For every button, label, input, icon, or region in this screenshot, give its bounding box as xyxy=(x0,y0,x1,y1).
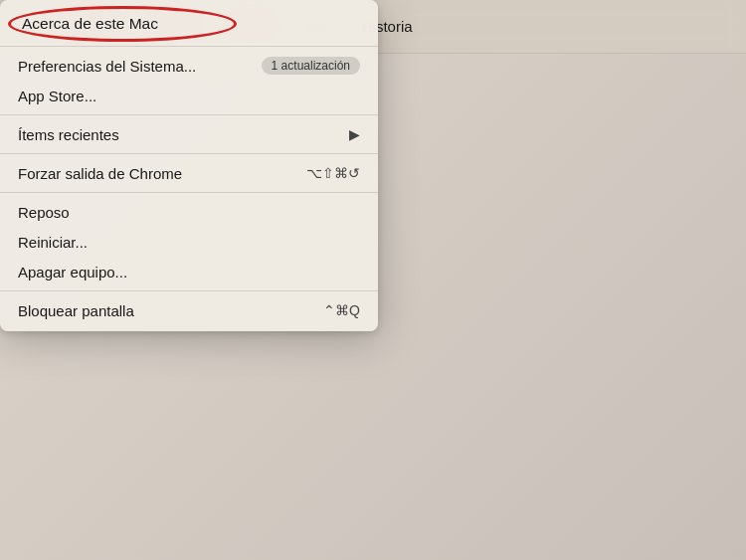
menu-item-reposo[interactable]: Reposo xyxy=(0,197,378,227)
reiniciar-text: Reiniciar... xyxy=(18,234,88,251)
appstore-text: App Store... xyxy=(18,88,96,104)
apagar-text: Apagar equipo... xyxy=(18,264,127,280)
separator-2 xyxy=(0,114,378,115)
preferencias-badge: 1 actualización xyxy=(262,57,360,75)
bloquear-text: Bloquear pantalla xyxy=(18,302,134,319)
separator-3 xyxy=(0,153,378,154)
menu-item-reiniciar[interactable]: Reiniciar... xyxy=(0,227,378,257)
acerca-text: Acerca de este Mac xyxy=(18,15,158,33)
items-recientes-arrow: ▶ xyxy=(349,126,360,142)
reposo-text: Reposo xyxy=(18,204,70,221)
preferencias-text: Preferencias del Sistema... xyxy=(18,58,196,75)
apple-dropdown-menu: Acerca de este Mac Preferencias del Sist… xyxy=(0,0,378,331)
menu-item-acerca[interactable]: Acerca de este Mac xyxy=(0,6,378,42)
menu-item-items-recientes[interactable]: Ítems recientes ▶ xyxy=(0,119,378,149)
forzar-salida-shortcut: ⌥⇧⌘↺ xyxy=(306,165,360,181)
menu-item-forzar-salida[interactable]: Forzar salida de Chrome ⌥⇧⌘↺ xyxy=(0,158,378,188)
menu-item-appstore[interactable]: App Store... xyxy=(0,81,378,110)
menu-item-apagar[interactable]: Apagar equipo... xyxy=(0,257,378,286)
separator-4 xyxy=(0,192,378,193)
menu-item-preferencias[interactable]: Preferencias del Sistema... 1 actualizac… xyxy=(0,51,378,81)
items-recientes-text: Ítems recientes xyxy=(18,126,119,143)
bloquear-shortcut: ⌃⌘Q xyxy=(323,302,360,318)
forzar-salida-text: Forzar salida de Chrome xyxy=(18,165,182,182)
separator-1 xyxy=(0,46,378,47)
separator-5 xyxy=(0,290,378,291)
menu-item-bloquear[interactable]: Bloquear pantalla ⌃⌘Q xyxy=(0,295,378,325)
